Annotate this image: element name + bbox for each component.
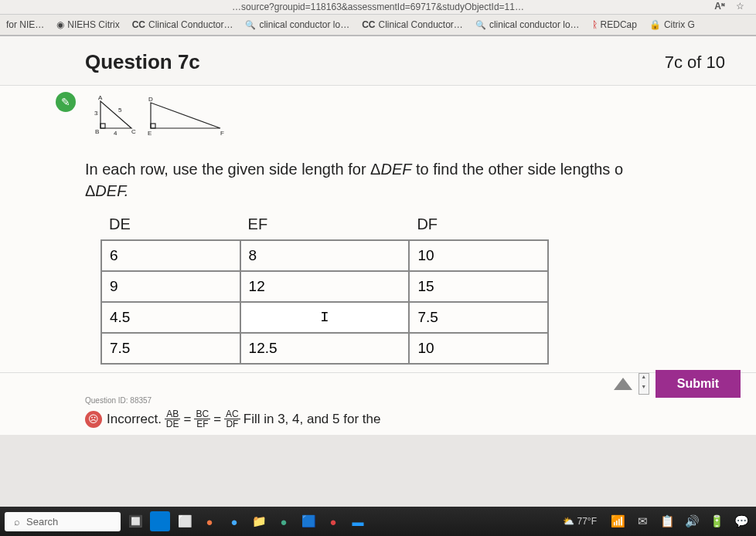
svg-text:3: 3 (94, 110, 98, 117)
svg-text:D: D (148, 96, 153, 103)
taskbar-app-icon[interactable]: ● (323, 511, 343, 531)
redcap-icon: ᚱ (592, 19, 598, 30)
lock-icon: 🔒 (649, 19, 661, 30)
bookmark-clinical-conductor-lo-2[interactable]: 🔍clinical conductor lo… (475, 19, 580, 30)
taskbar-app-icon[interactable]: ● (199, 511, 220, 531)
bookmark-redcap[interactable]: ᚱREDCap (592, 19, 637, 30)
tray-icon[interactable]: 📶 (608, 511, 628, 531)
favorite-star-icon[interactable]: ☆ (736, 1, 744, 12)
task-view-icon[interactable]: 🔲 (125, 511, 145, 531)
taskbar-app-icon[interactable]: 🟦 (298, 511, 318, 531)
header-de: DE (101, 212, 240, 240)
taskbar-app-icon[interactable]: ● (274, 511, 294, 531)
fraction-bc-ef: BCEF (194, 409, 210, 429)
taskbar-app-icon[interactable]: ● (224, 511, 244, 531)
svg-text:B: B (95, 128, 99, 135)
side-length-table: DE EF DF 6 8 10 9 12 15 4.5 I 7.5 7.5 12… (100, 212, 549, 365)
incorrect-face-icon: ☹ (85, 411, 102, 428)
bookmark-clinical-conductor-2[interactable]: CCClinical Conductor… (362, 19, 463, 30)
submit-button[interactable]: Submit (656, 370, 741, 398)
question-prompt: In each row, use the given side length f… (85, 158, 710, 202)
table-row: 4.5 I 7.5 (101, 302, 548, 333)
header-ef: EF (240, 212, 410, 240)
triangle-diagram: A B C 3 4 5 D E F (89, 93, 243, 140)
windows-taskbar: ⌕ Search 🔲 ⬜ ● ● 📁 ● 🟦 ● ▬ ⛅ 77°F 📶 ✉ 📋 … (0, 507, 756, 536)
weather-icon: ⛅ (563, 516, 574, 527)
bookmarks-bar: for NIE… ◉NIEHS Citrix CCClinical Conduc… (0, 15, 756, 36)
file-explorer-icon[interactable]: 📁 (249, 511, 269, 531)
fraction-ab-de: ABDE (165, 409, 181, 429)
url-text: …source?groupid=118163&assessmentId=6971… (232, 2, 524, 12)
feedback-bar: ☹ Incorrect. ABDE = BCEF = ACDF Fill in … (58, 406, 733, 435)
active-input-cell[interactable]: I (240, 302, 410, 333)
weather-widget[interactable]: ⛅ 77°F (563, 516, 597, 527)
taskbar-app-icon[interactable] (150, 511, 170, 531)
svg-rect-0 (100, 124, 105, 128)
fraction-ac-df: ACDF (224, 409, 240, 429)
search-icon: 🔍 (245, 20, 256, 30)
bookmark-clinical-conductor-lo-1[interactable]: 🔍clinical conductor lo… (245, 19, 349, 30)
feedback-label: Incorrect. (107, 412, 162, 427)
question-header: Question 7c 7c of 10 (0, 36, 756, 85)
search-icon: ⌕ (14, 516, 20, 528)
table-row: 6 8 10 (101, 240, 548, 271)
bookmark-clinical-conductor-1[interactable]: CCClinical Conductor… (132, 19, 233, 30)
header-df: DF (409, 212, 548, 240)
bookmark-niehs-citrix[interactable]: ◉NIEHS Citrix (56, 19, 119, 30)
stepper-up-icon: ▲ (639, 374, 649, 384)
tray-icon[interactable]: ✉ (632, 511, 652, 531)
table-row: 9 12 15 (101, 271, 548, 302)
read-aloud-icon[interactable]: Aᶰ (714, 1, 725, 12)
table-row: 7.5 12.5 10 (101, 333, 548, 364)
feedback-tail: Fill in 3, 4, and 5 for the (243, 412, 381, 427)
tray-icon[interactable]: 💬 (731, 511, 751, 531)
svg-text:A: A (98, 94, 103, 101)
nav-up-triangle-icon[interactable] (614, 378, 632, 390)
svg-text:C: C (131, 128, 136, 135)
taskbar-app-icon[interactable]: ▬ (348, 511, 368, 531)
bookmark-for-nie[interactable]: for NIE… (6, 19, 44, 30)
bookmark-citrix[interactable]: 🔒Citrix G (649, 19, 695, 30)
svg-text:F: F (220, 130, 224, 137)
tray-icon[interactable]: 🔊 (682, 511, 702, 531)
svg-rect-1 (151, 124, 155, 128)
question-content: ✎ A B C 3 4 5 D E F In each row, use the… (0, 85, 756, 372)
browser-url-bar: …source?groupid=118163&assessmentId=6971… (0, 0, 756, 15)
svg-text:5: 5 (118, 107, 122, 114)
nav-stepper[interactable]: ▲▼ (639, 373, 649, 395)
taskbar-app-icon[interactable]: ⬜ (175, 511, 195, 531)
search-icon: 🔍 (475, 20, 486, 30)
tray-icon[interactable]: 📋 (657, 511, 677, 531)
stepper-down-icon: ▼ (639, 384, 649, 394)
svg-text:E: E (148, 130, 152, 137)
question-counter: 7c of 10 (665, 53, 725, 73)
question-title: Question 7c (85, 50, 200, 74)
target-icon: ◉ (56, 19, 64, 30)
edit-badge-icon: ✎ (56, 92, 76, 112)
svg-text:4: 4 (114, 130, 117, 137)
tray-icon[interactable]: 🔋 (707, 511, 727, 531)
taskbar-search[interactable]: ⌕ Search (5, 512, 121, 531)
